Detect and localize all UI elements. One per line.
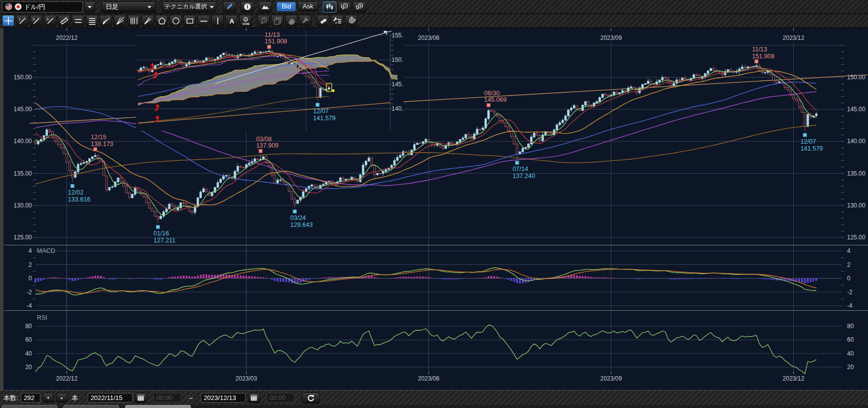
period-selector[interactable]: 日足 [102,1,155,12]
tool-fibonacci-fan-button[interactable] [114,15,126,26]
tool-parallel-lines-button[interactable] [72,15,84,26]
tool-icon-stamp-button[interactable]: ICON [239,15,252,26]
svg-text:40: 40 [25,350,32,357]
svg-text:140.00: 140.00 [13,138,32,145]
tab-3-active[interactable] [125,405,191,408]
main-chart[interactable]: 2022/122022/122023/032023/032023/062023/… [0,28,868,390]
svg-text:03/24: 03/24 [290,214,306,221]
chart-area[interactable]: 2022/122022/122023/032023/032023/062023/… [0,28,868,390]
tool-ellipse-button[interactable] [169,15,182,26]
tool-trendline-2-button[interactable]: 2 [30,15,42,26]
tool-eraser-button[interactable] [317,15,329,26]
svg-text:138.173: 138.173 [91,141,113,148]
text-label: A [227,16,236,25]
drawing-toolbar: 123AICON [0,14,868,28]
draw-pencil-button[interactable] [223,1,236,12]
bottom-tabs [0,405,868,408]
tool-grid-lines-button[interactable] [86,15,98,26]
svg-text:133.616: 133.616 [68,196,90,203]
tool-history-button[interactable] [257,15,270,26]
bar-count-label: 本数: [3,394,18,403]
svg-text:151.908: 151.908 [752,53,774,60]
tool-trendline-1-button[interactable]: 1 [16,15,28,26]
svg-text:145.00: 145.00 [13,106,32,113]
candlestick-type-button[interactable] [323,1,336,12]
svg-text:135.00: 135.00 [13,170,32,177]
magnet [347,16,356,25]
trendline-1: 1 [18,16,27,25]
svg-text:127.211: 127.211 [153,237,175,244]
svg-text:150.: 150. [392,56,403,63]
mountain-chart-button[interactable] [259,1,272,12]
tool-time-zones-button[interactable] [128,15,140,26]
svg-text:11/13: 11/13 [752,46,767,53]
svg-text:125.00: 125.00 [847,234,866,241]
tool-rectangle-button[interactable] [183,15,196,26]
svg-text:20: 20 [25,364,32,371]
svg-text:155.: 155. [392,32,403,39]
svg-text:130.00: 130.00 [847,202,866,209]
svg-text:12/02: 12/02 [68,189,83,196]
ask-toggle[interactable]: Ask [297,1,318,11]
ellipse [171,16,180,25]
tool-fibonacci-arc-button[interactable] [100,15,112,26]
grid-lines [88,16,97,25]
svg-text:2: 2 [32,17,34,20]
info-button[interactable]: i [241,1,254,12]
currency-pair-selector[interactable]: ドル/円 [2,1,83,12]
currency-pair-dropdown-button[interactable] [84,1,95,12]
pencil-icon [225,2,234,11]
tab-1[interactable] [1,405,57,408]
tab-2[interactable] [63,405,119,408]
svg-text:145.069: 145.069 [484,96,506,103]
tool-copy-button[interactable] [271,15,284,26]
rectangle [185,16,194,25]
ray-fan [144,16,152,25]
bar-count-input[interactable]: 292 [21,393,40,403]
svg-text:125.00: 125.00 [13,234,32,241]
svg-text:12/07: 12/07 [800,138,816,145]
tool-ray-fan-button[interactable] [142,15,154,26]
tool-vertical-line-button[interactable] [211,15,224,26]
count-increment-button[interactable]: ▲ [56,393,67,403]
count-decrement-button[interactable]: ▼ [43,393,54,403]
refresh-button[interactable] [302,393,320,404]
copy [273,16,282,25]
end-calendar-button[interactable] [248,393,260,403]
svg-text:145.: 145. [392,81,403,88]
macd-signal-line [35,269,816,293]
svg-text:0: 0 [28,275,32,282]
zoom-out-icon [340,2,349,11]
parallel-lines [74,16,83,25]
bid-toggle[interactable]: Bid [277,1,296,11]
tool-pan-hand-button[interactable] [285,15,297,26]
svg-text:135.00: 135.00 [847,170,866,177]
refresh-icon [306,394,315,403]
zoom-in-button[interactable] [353,1,366,12]
svg-text:140.: 140. [392,105,403,112]
time-zones [130,16,139,25]
svg-text:145.00: 145.00 [847,106,866,113]
tool-crosshair-button[interactable] [2,15,14,26]
tool-magnet-button[interactable] [345,15,357,26]
svg-text:2: 2 [28,261,32,268]
tool-trendline-3-button[interactable]: 3 [44,15,56,26]
end-date-input[interactable]: 2023/12/13 [201,393,246,403]
svg-text:06/30: 06/30 [484,90,499,97]
svg-text:1: 1 [18,17,20,20]
tool-horizontal-line-button[interactable] [197,15,210,26]
svg-text:137.240: 137.240 [513,173,535,180]
svg-text:-4: -4 [847,302,853,309]
tool-text-label-button[interactable]: A [225,15,238,26]
technical-select-button[interactable]: テクニカル選択 [162,1,216,12]
start-calendar-button[interactable] [135,393,147,403]
calendar-icon [137,394,145,402]
svg-text:20: 20 [847,364,854,371]
zoom-out-button[interactable] [338,1,351,12]
svg-text:2023/06: 2023/06 [418,375,440,382]
tool-ruler-button[interactable] [58,15,70,26]
tool-pentagon-button[interactable] [155,15,168,26]
start-date-input[interactable]: 2022/11/15 [88,393,133,403]
tool-wrench-button[interactable] [299,15,311,26]
tool-tool-settings-button[interactable] [331,15,343,26]
